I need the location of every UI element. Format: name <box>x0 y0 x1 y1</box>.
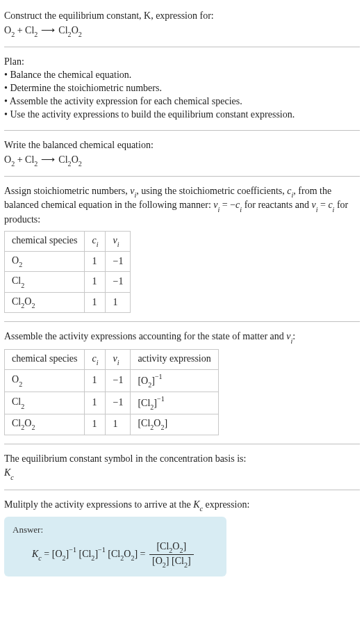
step1-heading: Write the balanced chemical equation: <box>4 139 360 152</box>
divider <box>4 490 360 490</box>
step2-text: Assign stoichiometric numbers, νi, using… <box>4 185 360 227</box>
divider <box>4 47 360 47</box>
intro-text: Construct the equilibrium constant, K, e… <box>4 10 214 21</box>
table-row: Cl2O2 1 1 <box>5 292 131 312</box>
plan-item-2: • Determine the stoichiometric numbers. <box>4 82 360 95</box>
divider <box>4 130 360 131</box>
plan-item-4: • Use the activity expressions to build … <box>4 108 360 122</box>
step-kc-expression: Mulitply the activity expressions to arr… <box>4 494 360 581</box>
step3-heading: Assemble the activity expressions accoun… <box>4 330 360 344</box>
col-nui: νi <box>106 349 131 369</box>
col-ci: ci <box>85 231 106 251</box>
intro-block: Construct the equilibrium constant, K, e… <box>4 6 360 42</box>
step-kc-symbol: The equilibrium constant symbol in the c… <box>4 449 360 485</box>
col-ci: ci <box>85 349 106 369</box>
plan-item-3: • Assemble the activity expression for e… <box>4 95 360 108</box>
col-species: chemical species <box>5 231 85 251</box>
reactant-o2: O2 <box>4 25 15 35</box>
divider <box>4 444 360 444</box>
plan-block: Plan: • Balance the chemical equation. •… <box>4 51 360 125</box>
balanced-equation: O2 + Cl2 ⟶ Cl2O2 <box>4 154 360 168</box>
step4-line: The equilibrium constant symbol in the c… <box>4 453 360 466</box>
col-activity: activity expression <box>131 349 218 369</box>
kc-fraction: [Cl2O2][O2] [Cl2] <box>149 540 194 570</box>
intro-line: Construct the equilibrium constant, K, e… <box>4 10 360 23</box>
plan-heading: Plan: <box>4 56 360 69</box>
plan-item-1: • Balance the chemical equation. <box>4 69 360 82</box>
product-cl2o2: Cl2O2 <box>58 25 81 35</box>
table-header-row: chemical species ci νi activity expressi… <box>5 349 219 369</box>
answer-box: Answer: Kc = [O2]−1 [Cl2]−1 [Cl2O2] = [C… <box>4 517 226 576</box>
activity-table: chemical species ci νi activity expressi… <box>4 349 219 435</box>
answer-label: Answer: <box>13 524 218 536</box>
kc-symbol: Kc <box>4 467 360 481</box>
table-row: Cl2O2 1 1 [Cl2O2] <box>5 414 219 435</box>
table-row: Cl2 1 −1 [Cl2]−1 <box>5 392 219 414</box>
table-row: O2 1 −1 <box>5 252 131 272</box>
reactant-cl2: Cl2 <box>25 25 38 35</box>
step-activity-expressions: Assemble the activity expressions accoun… <box>4 326 360 439</box>
step5-line: Mulitply the activity expressions to arr… <box>4 499 360 513</box>
table-header-row: chemical species ci νi <box>5 231 131 251</box>
table-row: O2 1 −1 [O2]−1 <box>5 370 219 392</box>
divider <box>4 176 360 177</box>
divider <box>4 321 360 322</box>
table-row: Cl2 1 −1 <box>5 272 131 292</box>
intro-equation: O2 + Cl2 ⟶ Cl2O2 <box>4 24 360 38</box>
stoich-table: chemical species ci νi O2 1 −1 Cl2 1 −1 … <box>4 231 131 314</box>
kc-expression: Kc = [O2]−1 [Cl2]−1 [Cl2O2] = [Cl2O2][O2… <box>13 540 218 570</box>
step-balanced-equation: Write the balanced chemical equation: O2… <box>4 135 360 172</box>
reaction-arrow: ⟶ <box>38 25 58 35</box>
step-stoich-numbers: Assign stoichiometric numbers, νi, using… <box>4 181 360 317</box>
col-nui: νi <box>106 231 131 251</box>
col-species: chemical species <box>5 349 85 369</box>
